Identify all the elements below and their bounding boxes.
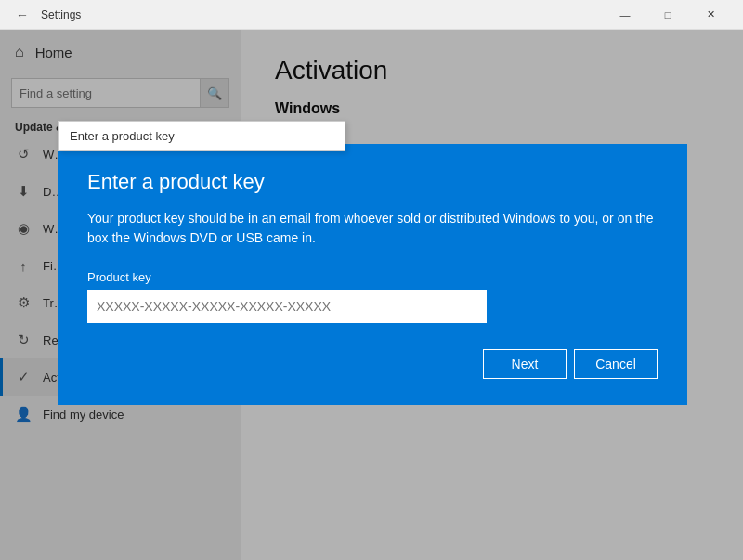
dialog-field-label: Product key: [87, 270, 658, 284]
back-button[interactable]: ←: [11, 4, 33, 26]
dialog-description: Your product key should be in an email f…: [87, 209, 658, 248]
titlebar: ← Settings — □ ✕: [0, 0, 743, 30]
close-button[interactable]: ✕: [689, 0, 732, 30]
dialog-buttons: Next Cancel: [87, 349, 658, 379]
tooltip-text: Enter a product key: [70, 129, 175, 143]
cancel-button[interactable]: Cancel: [574, 349, 658, 379]
maximize-button[interactable]: □: [646, 0, 689, 30]
settings-window: ← Settings — □ ✕ ⌂ Home 🔍 Update &amp; S…: [0, 0, 743, 560]
window-title: Settings: [41, 8, 604, 21]
product-key-dialog: Enter a product key Your product key sho…: [58, 144, 687, 405]
dialog-title: Enter a product key: [87, 170, 658, 194]
next-button[interactable]: Next: [483, 349, 567, 379]
minimize-button[interactable]: —: [604, 0, 646, 30]
product-key-input[interactable]: [87, 290, 487, 323]
product-key-tooltip: Enter a product key: [58, 121, 345, 151]
window-controls: — □ ✕: [604, 0, 732, 30]
